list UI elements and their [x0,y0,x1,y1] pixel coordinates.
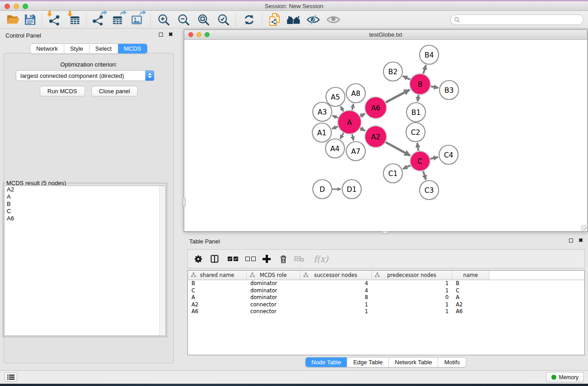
table-cell[interactable]: B [452,280,489,287]
table-cell[interactable]: 4 [300,280,372,287]
table-cell[interactable]: dominator [247,280,300,287]
export-network-icon[interactable] [90,11,106,28]
table-cell[interactable]: connector [247,308,300,315]
graph-node-B4[interactable]: B4 [420,45,439,64]
graph-node-A5[interactable]: A5 [326,87,345,106]
zoom-in-icon[interactable] [155,11,172,28]
float-panel-icon[interactable] [569,238,573,243]
table-cell[interactable]: B [188,280,247,287]
edge-A-A5[interactable] [341,106,344,111]
edge-A-A7[interactable] [352,134,354,140]
node-table[interactable]: shared nameMCDS rolesuccessor nodesprede… [187,270,585,355]
float-panel-icon[interactable] [159,33,163,37]
import-network-icon[interactable] [46,11,62,28]
table-cell[interactable]: A6 [452,308,489,315]
import-table-icon[interactable] [67,11,83,28]
network-canvas[interactable]: B4B2BB3A5A8A6B1A3AC2A1A2A4A7C4CC1C3DD1 [184,40,587,231]
result-item[interactable]: A6 [5,215,165,222]
clone-network-icon[interactable] [266,11,282,28]
table-cell[interactable]: 1 [372,287,452,295]
edge-B-B3[interactable] [431,86,439,88]
edge-A-A3[interactable] [332,116,338,118]
search-field[interactable] [450,14,583,25]
home-networks-icon[interactable] [286,11,302,28]
show-columns-icon[interactable] [208,252,221,266]
edge-A-A8[interactable] [352,104,354,110]
graph-node-A6[interactable]: A6 [365,97,387,119]
show-hide-graphics-details-icon[interactable] [305,11,321,28]
column-header-shared-name[interactable]: shared name [188,271,247,280]
edge-A-A4[interactable] [340,133,344,139]
search-input[interactable] [460,17,583,23]
graph-node-A3[interactable]: A3 [313,102,332,121]
edge-C-C2[interactable] [417,143,419,151]
add-column-icon[interactable] [260,252,273,266]
table-cell[interactable]: connector [247,301,300,309]
table-cell[interactable]: A [188,294,247,301]
graph-node-C2[interactable]: C2 [406,123,425,142]
window-splitter-handle[interactable] [182,198,186,206]
table-cell[interactable]: 1 [372,301,452,309]
table-cell[interactable]: A6 [188,308,247,315]
export-table-icon[interactable] [109,11,125,28]
tab-network-table[interactable]: Network Table [389,357,438,367]
graph-node-B[interactable]: B [410,74,430,95]
delete-columns-icon[interactable] [277,252,290,266]
tab-mcds[interactable]: MCDS [118,44,147,53]
column-header-predecessor-nodes[interactable]: predecessor nodes [372,271,452,280]
table-cell[interactable]: dominator [247,287,300,295]
resize-grip-icon[interactable] [581,225,587,231]
zoom-selected-icon[interactable] [215,11,231,28]
criterion-select[interactable]: largest connected component (directed) [16,70,154,81]
table-cell[interactable]: A [452,294,489,301]
graph-node-C1[interactable]: C1 [383,164,402,183]
tab-node-table[interactable]: Node Table [306,357,348,367]
table-row[interactable]: Adominator80A [188,294,584,301]
delete-table-icon[interactable] [292,252,306,266]
export-image-icon[interactable] [129,11,145,28]
select-all-checkboxes-icon[interactable] [226,252,239,266]
result-item[interactable]: A [5,193,165,200]
close-panel-button[interactable]: Close panel [91,86,138,96]
edge-C-C1[interactable] [403,165,411,169]
edge-C-C4[interactable] [430,157,438,159]
tab-motifs[interactable]: Motifs [438,357,466,367]
zoom-out-icon[interactable] [175,11,191,28]
table-row[interactable]: Cdominator41C [188,287,584,295]
table-cell[interactable]: 4 [300,287,372,295]
open-file-icon[interactable] [5,11,21,28]
graph-node-D[interactable]: D [313,180,332,199]
tab-edge-table[interactable]: Edge Table [347,357,389,367]
table-row[interactable]: A6connector11A6 [188,308,584,315]
edge-B-B2[interactable] [403,76,411,80]
graph-node-A4[interactable]: A4 [325,139,344,158]
graph-node-A[interactable]: A [338,110,361,134]
table-row[interactable]: A2connector11A2 [188,301,584,309]
edge-A-A2[interactable] [360,128,365,131]
save-session-icon[interactable] [22,11,38,28]
graph-node-A1[interactable]: A1 [312,123,331,142]
edge-B-B1[interactable] [417,95,418,101]
run-mcds-button[interactable]: Run MCDS [40,86,85,96]
column-header-name[interactable]: name [452,271,489,280]
graph-node-B2[interactable]: B2 [383,62,402,81]
network-window-titlebar[interactable]: testGlobe.txt [184,30,587,40]
edge-C-C3[interactable] [423,171,426,180]
result-item[interactable]: C [5,208,165,215]
tab-network[interactable]: Network [30,44,64,53]
table-cell[interactable]: 0 [372,294,452,301]
table-cell[interactable]: 1 [300,301,372,309]
close-panel-icon[interactable]: ✖ [168,32,173,37]
mcds-result-list[interactable]: A2ABCA6 [4,186,166,336]
graph-node-B1[interactable]: B1 [406,103,425,122]
function-builder-icon[interactable]: f(x) [311,252,331,266]
graph-node-C4[interactable]: C4 [439,145,458,164]
edge-B-B4[interactable] [423,65,426,74]
result-list-scrollbar[interactable] [159,186,165,335]
table-cell[interactable]: A2 [452,301,489,309]
select-stepper-icon[interactable] [145,71,154,81]
close-panel-icon[interactable]: ✖ [578,238,583,243]
graph-node-A7[interactable]: A7 [346,142,365,161]
memory-button[interactable]: Memory [546,372,584,382]
table-cell[interactable]: 1 [372,308,452,315]
